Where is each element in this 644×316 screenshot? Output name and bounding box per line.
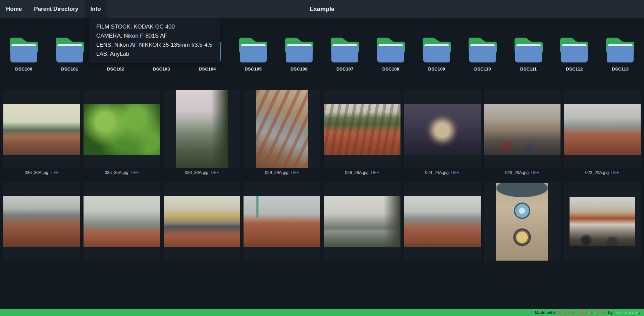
navbar: Home Parent Directory Info Example <box>0 0 644 18</box>
by-text: by <box>607 310 614 315</box>
folder-name: DSC112 <box>566 66 583 73</box>
gallery-item <box>484 182 561 261</box>
gallery-item <box>164 182 240 261</box>
nav-link-home[interactable]: Home <box>0 0 28 18</box>
folder-name: DSC103 <box>153 66 170 73</box>
photo-thumbnail-rooftops-green-spire[interactable] <box>244 182 320 261</box>
tooltip-line-lab: LAB: AnyLab <box>96 49 212 58</box>
photo-caption: 030_30A.jpgTIFF <box>164 170 240 176</box>
folder-item-dsc108[interactable]: DSC108 <box>369 35 413 73</box>
footer-period: . <box>639 310 640 315</box>
photo-thumbnail-street-from-tower[interactable] <box>244 90 320 168</box>
tiff-link[interactable]: TIFF <box>370 170 379 175</box>
folder-name: DSC107 <box>336 66 354 73</box>
folder-name: DSC105 <box>245 66 262 73</box>
photo-thumbnail-waterfront-buildings[interactable] <box>164 182 240 261</box>
photo-caption: 024_24A.jpgTIFF <box>404 170 481 176</box>
tiff-link[interactable]: TIFF <box>50 170 59 175</box>
folder-icon <box>559 35 590 62</box>
gallery-item: 024_24A.jpgTIFF <box>404 90 481 176</box>
folder-name: DSC110 <box>474 66 491 73</box>
gallery-item: 023_23A.jpgTIFF <box>484 90 561 176</box>
photo-filename: 024_24A.jpg <box>425 170 448 175</box>
folder-icon <box>8 35 39 62</box>
folder-item-dsc112[interactable]: DSC112 <box>552 35 596 73</box>
folder-item-dsc106[interactable]: DSC106 <box>277 35 321 73</box>
footer-bar: Made with StaticGalleryBuilder 2.6.2 by … <box>0 309 644 316</box>
folder-icon <box>238 35 269 62</box>
tiff-link[interactable]: TIFF <box>530 170 539 175</box>
tiff-link[interactable]: TIFF <box>210 170 219 175</box>
photo-thumbnail-valley-view[interactable] <box>164 90 240 168</box>
photo-thumbnail-crowd-in-square[interactable] <box>484 90 561 168</box>
folder-item-dsc105[interactable]: DSC105 <box>231 35 275 73</box>
gallery-item: 022_22A.jpgTIFF <box>564 90 641 176</box>
photo-thumbnail-prague-castle-panorama[interactable] <box>3 182 80 261</box>
tiff-link[interactable]: TIFF <box>290 170 299 175</box>
gallery-item <box>564 182 641 261</box>
folder-name: DSC106 <box>290 66 308 73</box>
tiff-link[interactable]: TIFF <box>610 170 619 175</box>
tiff-link[interactable]: TIFF <box>450 170 459 175</box>
photo-caption: 023_23A.jpgTIFF <box>484 170 561 176</box>
nav-tab-info[interactable]: Info <box>85 0 107 18</box>
photo-filename: 035_35A.jpg <box>105 170 128 175</box>
photo-thumbnail-old-town-square-crowd[interactable] <box>564 182 641 261</box>
tooltip-line-film-stock: FILM STOCK: KODAK GC 400 <box>96 22 212 31</box>
photo-filename: 022_22A.jpg <box>585 170 609 175</box>
folder-item-dsc101[interactable]: DSC101 <box>48 35 92 73</box>
gallery-item <box>324 182 400 261</box>
photo-thumbnail-castle-rooftop-panorama[interactable] <box>564 90 641 168</box>
folder-icon <box>467 35 498 62</box>
tooltip-line-camera: CAMERA: Nikon F-801S AF <box>96 31 212 40</box>
folder-item-dsc107[interactable]: DSC107 <box>323 35 367 73</box>
folder-name: DSC104 <box>199 66 216 73</box>
folder-item-dsc109[interactable]: DSC109 <box>415 35 459 73</box>
photo-caption: 029_29A.jpgTIFF <box>244 170 320 176</box>
gallery-item <box>244 182 320 261</box>
gallery-item <box>84 182 160 261</box>
photo-thumbnail-red-rooftops-hill[interactable] <box>324 90 400 168</box>
credit-link[interactable]: </srgn> <box>616 310 638 315</box>
photo-filename: 030_30A.jpg <box>185 170 208 175</box>
photo-thumbnail-river-with-bridges[interactable] <box>84 182 160 261</box>
folder-item-dsc100[interactable]: DSC100 <box>2 35 46 73</box>
photo-thumbnail-astronomical-clock[interactable] <box>484 182 561 261</box>
folder-icon <box>605 35 636 62</box>
folder-icon <box>421 35 452 62</box>
photo-gallery-grid: 036_36A.jpgTIFF 035_35A.jpgTIFF 030_30A.… <box>0 90 644 261</box>
photo-filename: 023_23A.jpg <box>505 170 529 175</box>
folder-name: DSC100 <box>15 66 32 73</box>
made-with-text: Made with <box>535 310 556 315</box>
folder-icon <box>375 35 406 62</box>
tiff-link[interactable]: TIFF <box>130 170 139 175</box>
tooltip-line-lens: LENS: Nikon AF NIKKOR 35-135mm f/3.5-4.5 <box>96 40 212 49</box>
folder-icon <box>284 35 315 62</box>
folder-name: DSC113 <box>612 66 629 73</box>
folder-name: DSC101 <box>61 66 78 73</box>
photo-thumbnail-tyn-church-night[interactable] <box>404 90 481 168</box>
folder-item-dsc110[interactable]: DSC110 <box>461 35 505 73</box>
folder-name: DSC111 <box>520 66 537 73</box>
photo-filename: 026_26A.jpg <box>345 170 369 175</box>
folder-item-dsc113[interactable]: DSC113 <box>598 35 642 73</box>
gallery-item: 035_35A.jpgTIFF <box>84 90 160 176</box>
photo-thumbnail-city-panorama-with-castle[interactable] <box>404 182 481 261</box>
photo-thumbnail-charles-bridge-statues[interactable] <box>324 182 400 261</box>
photo-thumbnail-green-foliage[interactable] <box>84 90 160 168</box>
folder-icon <box>329 35 360 62</box>
photo-caption: 035_35A.jpgTIFF <box>84 170 160 176</box>
photo-filename: 036_36A.jpg <box>25 170 48 175</box>
photo-caption: 026_26A.jpgTIFF <box>324 170 400 176</box>
folder-icon <box>54 35 85 62</box>
photo-thumbnail-city-spire-panorama[interactable] <box>3 90 80 168</box>
builder-link[interactable]: StaticGalleryBuilder 2.6.2 <box>556 310 607 315</box>
folder-icon <box>513 35 544 62</box>
gallery-item: 029_29A.jpgTIFF <box>244 90 320 176</box>
nav-link-parent-directory[interactable]: Parent Directory <box>28 0 84 18</box>
info-tooltip: FILM STOCK: KODAK GC 400 CAMERA: Nikon F… <box>89 18 220 63</box>
folder-item-dsc111[interactable]: DSC111 <box>506 35 551 73</box>
photo-caption: 022_22A.jpgTIFF <box>564 170 641 176</box>
folder-name: DSC108 <box>382 66 399 73</box>
photo-filename: 029_29A.jpg <box>265 170 288 175</box>
